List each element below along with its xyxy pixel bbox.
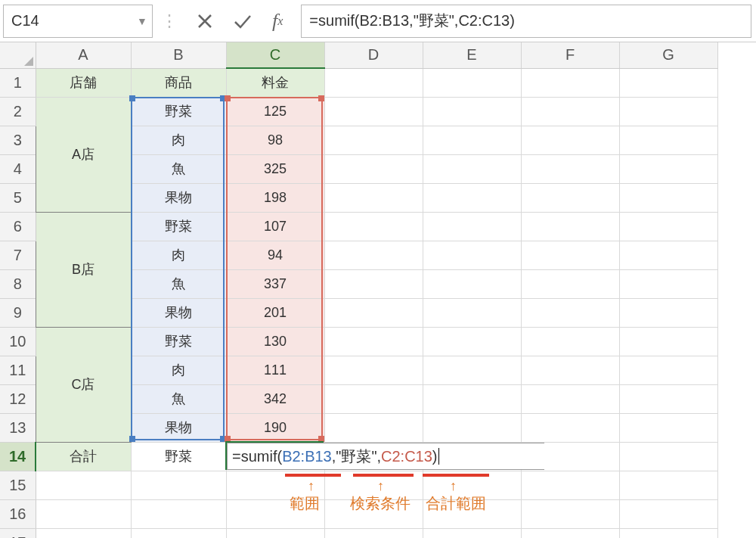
cell-D3[interactable] (324, 126, 423, 154)
cell-A6[interactable]: B店 (36, 212, 131, 327)
column-header-d[interactable]: D (324, 42, 423, 68)
cell-G7[interactable] (619, 241, 717, 269)
cell-C11[interactable]: 111 (226, 356, 324, 384)
cell-B13[interactable]: 果物 (131, 413, 226, 442)
cell-D17[interactable] (324, 528, 423, 538)
row-header-2[interactable]: 2 (0, 97, 36, 126)
row-header-15[interactable]: 15 (0, 471, 36, 499)
cell-E7[interactable] (423, 241, 521, 269)
cell-F3[interactable] (521, 126, 619, 154)
row-header-4[interactable]: 4 (0, 154, 36, 183)
cell-E8[interactable] (423, 269, 521, 298)
row-header-8[interactable]: 8 (0, 269, 36, 298)
cell-A16[interactable] (36, 499, 131, 528)
cell-C4[interactable]: 325 (226, 154, 324, 183)
cell-D5[interactable] (324, 183, 423, 212)
cell-F2[interactable] (521, 97, 619, 126)
row-header-17[interactable]: 17 (0, 528, 36, 538)
formula-input[interactable]: =sumif(B2:B13,"野菜",C2:C13) (301, 5, 751, 38)
cell-G17[interactable] (619, 528, 717, 538)
spreadsheet-grid[interactable]: ABCDEFG1店舗商品料金2A店野菜1253肉984魚3255果物1986B店… (0, 42, 756, 538)
row-header-11[interactable]: 11 (0, 356, 36, 384)
cell-F12[interactable] (521, 384, 619, 413)
cell-E4[interactable] (423, 154, 521, 183)
cell-B15[interactable] (131, 471, 226, 499)
cell-D10[interactable] (324, 327, 423, 356)
enter-icon[interactable] (233, 13, 253, 30)
cell-E3[interactable] (423, 126, 521, 154)
cell-B5[interactable]: 果物 (131, 183, 226, 212)
cell-C9[interactable]: 201 (226, 298, 324, 327)
column-header-e[interactable]: E (423, 42, 521, 68)
cell-C2[interactable]: 125 (226, 97, 324, 126)
cell-F11[interactable] (521, 356, 619, 384)
cell-E13[interactable] (423, 413, 521, 442)
cell-A14[interactable]: 合計 (36, 442, 131, 471)
row-header-13[interactable]: 13 (0, 413, 36, 442)
cell-C3[interactable]: 98 (226, 126, 324, 154)
cell-B14[interactable]: 野菜 (131, 442, 226, 471)
cell-D11[interactable] (324, 356, 423, 384)
cell-C6[interactable]: 107 (226, 212, 324, 241)
cell-E9[interactable] (423, 298, 521, 327)
cell-D12[interactable] (324, 384, 423, 413)
row-header-5[interactable]: 5 (0, 183, 36, 212)
cell-F17[interactable] (521, 528, 619, 538)
cell-C17[interactable] (226, 528, 324, 538)
cell-D6[interactable] (324, 212, 423, 241)
row-header-9[interactable]: 9 (0, 298, 36, 327)
cell-D13[interactable] (324, 413, 423, 442)
cell-D2[interactable] (324, 97, 423, 126)
cell-C13[interactable]: 190 (226, 413, 324, 442)
cell-F13[interactable] (521, 413, 619, 442)
cell-B10[interactable]: 野菜 (131, 327, 226, 356)
name-box-dropdown-icon[interactable]: ▼ (132, 15, 152, 27)
cell-G16[interactable] (619, 499, 717, 528)
cell-C5[interactable]: 198 (226, 183, 324, 212)
cell-B3[interactable]: 肉 (131, 126, 226, 154)
cell-E5[interactable] (423, 183, 521, 212)
cell-F10[interactable] (521, 327, 619, 356)
cell-G11[interactable] (619, 356, 717, 384)
column-header-f[interactable]: F (521, 42, 619, 68)
fx-icon[interactable]: fx (272, 10, 283, 33)
cell-G14[interactable] (619, 442, 717, 471)
cell-C1[interactable]: 料金 (226, 68, 324, 97)
cell-E12[interactable] (423, 384, 521, 413)
cell-F9[interactable] (521, 298, 619, 327)
cell-C8[interactable]: 337 (226, 269, 324, 298)
row-header-10[interactable]: 10 (0, 327, 36, 356)
cell-B11[interactable]: 肉 (131, 356, 226, 384)
cell-A10[interactable]: C店 (36, 327, 131, 442)
cell-D7[interactable] (324, 241, 423, 269)
cell-B12[interactable]: 魚 (131, 384, 226, 413)
cell-F15[interactable] (521, 471, 619, 499)
cell-G13[interactable] (619, 413, 717, 442)
cell-E17[interactable] (423, 528, 521, 538)
cell-G6[interactable] (619, 212, 717, 241)
cell-G10[interactable] (619, 327, 717, 356)
cell-F6[interactable] (521, 212, 619, 241)
cell-B4[interactable]: 魚 (131, 154, 226, 183)
cell-F1[interactable] (521, 68, 619, 97)
cell-F8[interactable] (521, 269, 619, 298)
cell-E11[interactable] (423, 356, 521, 384)
cell-C12[interactable]: 342 (226, 384, 324, 413)
cell-D9[interactable] (324, 298, 423, 327)
cell-G9[interactable] (619, 298, 717, 327)
cell-E2[interactable] (423, 97, 521, 126)
cell-G1[interactable] (619, 68, 717, 97)
column-header-g[interactable]: G (619, 42, 717, 68)
cell-G8[interactable] (619, 269, 717, 298)
column-header-c[interactable]: C (226, 42, 324, 68)
row-header-1[interactable]: 1 (0, 68, 36, 97)
row-header-16[interactable]: 16 (0, 499, 36, 528)
cell-D8[interactable] (324, 269, 423, 298)
cell-F4[interactable] (521, 154, 619, 183)
cell-B16[interactable] (131, 499, 226, 528)
cell-B6[interactable]: 野菜 (131, 212, 226, 241)
cell-E1[interactable] (423, 68, 521, 97)
cell-B17[interactable] (131, 528, 226, 538)
row-header-7[interactable]: 7 (0, 241, 36, 269)
cell-B9[interactable]: 果物 (131, 298, 226, 327)
